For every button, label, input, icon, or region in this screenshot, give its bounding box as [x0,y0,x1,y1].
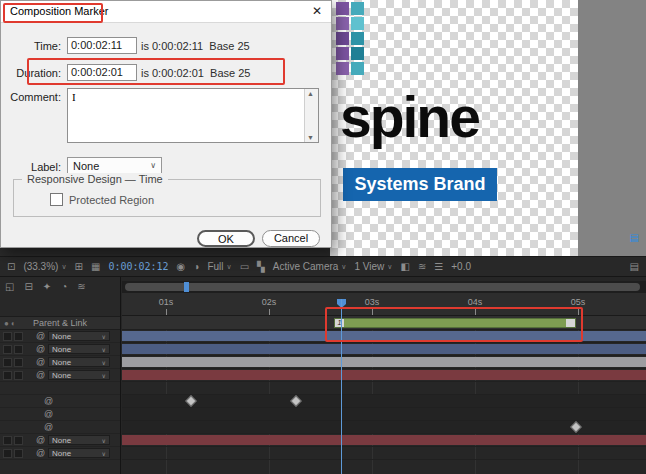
parent-link-select[interactable]: None∨ [48,448,110,458]
exposure-control[interactable]: +0.0 [451,261,471,272]
pixel-aspect-icon[interactable]: ◧ [400,261,409,272]
cancel-button[interactable]: Cancel [262,230,320,247]
pickwhip-icon[interactable]: @ [44,395,53,407]
chevron-down-icon: ∨ [227,263,232,271]
timeline-track-row [122,447,646,460]
choose-grid-icon[interactable]: ⊞ [75,261,83,272]
logo-square [336,32,349,45]
protected-region-row[interactable]: Protected Region [50,193,154,206]
camera-view-value: Active Camera [273,261,339,272]
region-of-interest-icon[interactable]: ▭ [240,261,249,272]
current-time-display[interactable]: 0:00:02:12 [108,261,168,272]
frame-blend-icon[interactable]: ⊟ [24,281,32,292]
layer-duration-bar[interactable] [122,344,646,354]
navigator-bar[interactable] [125,283,640,291]
time-info: is 0:00:02:11 Base 25 [141,40,250,52]
parent-link-select[interactable]: None∨ [48,435,110,445]
scroll-down-icon[interactable]: ▼ [307,134,314,141]
responsive-design-group: Responsive Design — Time Protected Regio… [13,179,321,217]
scroll-up-icon[interactable]: ▲ [307,90,314,97]
transparency-grid-icon[interactable]: ▚ [257,261,265,272]
parent-link-select[interactable]: None∨ [48,357,110,367]
ruler-label: 05s [566,297,590,307]
layer-switch[interactable] [14,371,23,380]
timeline-left-row [0,382,120,395]
pickwhip-icon[interactable]: @ [36,356,45,368]
parent-link-select[interactable]: None∨ [48,331,110,341]
layer-switch[interactable] [3,332,12,341]
graph-editor-icon[interactable]: ◔ [61,281,67,292]
keyframe-diamond[interactable] [570,421,581,432]
ok-button[interactable]: OK [197,230,255,247]
pickwhip-icon[interactable]: @ [36,343,45,355]
fast-previews-icon[interactable]: ≋ [418,261,426,272]
time-field[interactable]: 0:00:02:11 [67,37,137,54]
layer-switch[interactable] [3,358,12,367]
hide-shy-icon[interactable]: ◱ [5,281,14,292]
time-navigator[interactable] [122,281,646,293]
logo-square [336,62,349,75]
panel-menu-icon[interactable]: ▤ [630,232,639,243]
magnification-select[interactable]: (33.3%) ∨ [23,261,66,272]
layer-switch[interactable] [14,436,23,445]
camera-view-select[interactable]: Active Camera ∨ [273,261,347,272]
app-root: spine Systems Brand ▤ ⊡ (33.3%) ∨ ⊞ ▦ 0:… [0,0,646,474]
layer-switch[interactable] [3,436,12,445]
parent-link-label: Parent & Link [33,318,87,328]
timeline-track-row [122,369,646,382]
view-layout-value: 1 View [354,261,384,272]
pickwhip-icon[interactable]: @ [36,447,45,459]
pickwhip-icon[interactable]: @ [44,421,53,433]
parent-link-select[interactable]: None∨ [48,370,110,380]
layer-switch[interactable] [14,449,23,458]
layer-duration-bar[interactable] [122,370,646,380]
pickwhip-icon[interactable]: @ [44,408,53,420]
timeline-track-row [122,395,646,408]
timeline-track-row [122,382,646,395]
timeline-track-row [122,408,646,421]
keyframe-diamond[interactable] [290,395,301,406]
layer-switch[interactable] [3,371,12,380]
logo-square [336,17,349,30]
comment-textarea[interactable]: I ▲ ▼ [67,88,319,143]
comment-scrollbar[interactable]: ▲ ▼ [304,89,318,142]
layer-switch[interactable] [14,345,23,354]
flowchart-icon[interactable]: ☰ [434,261,443,272]
pickwhip-icon[interactable]: @ [36,330,45,342]
snapshot-icon[interactable]: ⊡ [7,261,15,272]
keyframe-diamond[interactable] [185,395,196,406]
label-select[interactable]: None ∨ [67,157,162,174]
timeline-track-row [122,421,646,434]
show-channel-icon[interactable]: ◑ [193,261,199,272]
timeline-track-row [122,434,646,447]
label-label: Label: [1,161,61,173]
layer-bars-area [122,330,646,460]
layer-switch[interactable] [3,449,12,458]
timeline-track-row [122,356,646,369]
layer-duration-bar[interactable] [122,435,646,445]
timeline-left-row: @None∨ [0,447,120,460]
motion-blur-icon[interactable]: ✦ [43,281,51,292]
live-update-icon[interactable]: ≋ [77,281,85,292]
logo-square [351,2,364,15]
timeline-panel-menu-icon[interactable]: ▤ [630,261,639,272]
layer-switch[interactable] [3,345,12,354]
take-snapshot-icon[interactable]: ◉ [177,261,186,272]
parent-link-select[interactable]: None∨ [48,344,110,354]
protected-region-checkbox[interactable] [50,193,63,206]
pickwhip-icon[interactable]: @ [36,369,45,381]
resolution-select[interactable]: Full ∨ [207,261,231,272]
layer-switch[interactable] [14,332,23,341]
banner-text: Systems Brand [354,174,485,195]
logo-square [336,2,349,15]
transparency-grid: spine Systems Brand [330,0,578,256]
mask-visibility-icon[interactable]: ▦ [91,261,100,272]
composition-viewer: spine Systems Brand ▤ [330,0,646,256]
parent-link-column-header[interactable]: ●◐ Parent & Link [0,316,120,330]
layer-switch[interactable] [14,358,23,367]
view-layout-select[interactable]: 1 View ∨ [354,261,392,272]
close-icon[interactable]: ✕ [312,4,322,18]
panel-gutter: ▤ [578,0,646,256]
pickwhip-icon[interactable]: @ [36,434,45,446]
layer-duration-bar[interactable] [122,357,646,367]
